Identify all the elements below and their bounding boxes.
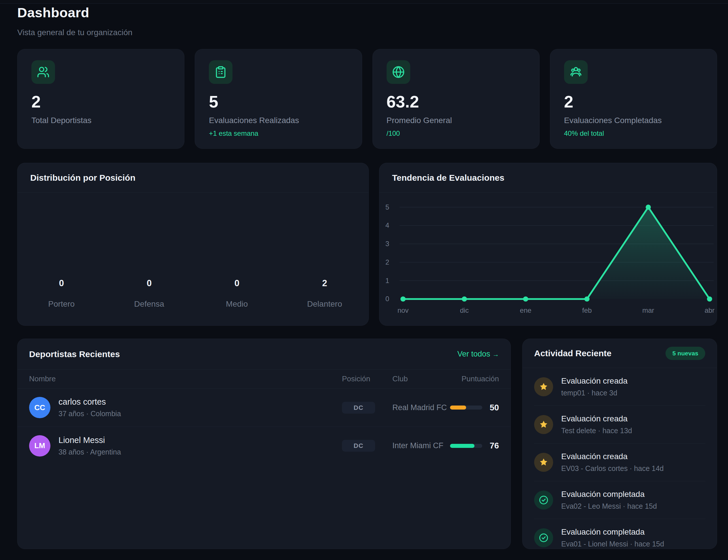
activity-item-meta: EV03 - Carlos cortes · hace 14d	[561, 464, 664, 473]
page-subtitle: Vista general de tu organización	[17, 28, 133, 37]
svg-text:dic: dic	[460, 306, 469, 314]
activity-item: Evaluación creada Test delete · hace 13d	[534, 406, 705, 443]
trend-header: Tendencia de Evaluaciones	[379, 163, 717, 193]
score-bar-track	[450, 406, 482, 410]
distribution-item-portero: 0 Portero	[18, 278, 105, 309]
athletes-table-header: Nombre Posición Club Puntuación	[18, 369, 510, 388]
stat-sub: 40% del total	[564, 129, 703, 137]
users-group-icon	[564, 60, 588, 84]
clipboard-list-icon	[209, 60, 233, 84]
distribution-item-defensa: 0 Defensa	[105, 278, 193, 309]
avatar: CC	[29, 397, 50, 418]
club-cell: Real Madrid FC	[392, 403, 450, 412]
club-cell: Inter Miami CF	[392, 441, 450, 450]
top-border	[0, 0, 728, 4]
bottom-row: Deportistas Recientes Ver todos → Nombre…	[17, 339, 717, 549]
middle-row: Distribución por Posición 0 Portero 0 De…	[17, 163, 717, 326]
svg-text:0: 0	[385, 295, 389, 303]
svg-text:mar: mar	[642, 306, 654, 314]
stat-card-evaluaciones-realizadas: 5 Evaluaciones Realizadas +1 esta semana	[195, 49, 362, 149]
stat-label: Total Deportistas	[31, 116, 170, 125]
page-header: Dashboard Vista general de tu organizaci…	[17, 5, 133, 37]
athlete-name: Lionel Messi	[59, 435, 121, 445]
users-icon	[31, 60, 55, 84]
table-row-lionel-messi[interactable]: LM Lionel Messi 38 años · Argentina DC I…	[18, 427, 510, 465]
score-bar-fill	[450, 406, 466, 410]
stat-value: 5	[209, 92, 348, 111]
avatar-initials: LM	[34, 441, 45, 450]
activity-text: Evaluación completada Eva01 - Lionel Mes…	[561, 527, 664, 548]
star-icon	[534, 415, 553, 434]
distribution-item-delantero: 2 Delantero	[281, 278, 369, 309]
trend-chart: 012345novdicenefebmarabr	[379, 194, 717, 325]
check-circle-icon	[534, 528, 553, 547]
activity-item: Evaluación creada EV03 - Carlos cortes ·…	[534, 443, 705, 481]
athletes-table-body: CC carlos cortes 37 años · Colombia DC R…	[18, 389, 510, 465]
table-row-carlos-cortes[interactable]: CC carlos cortes 37 años · Colombia DC R…	[18, 389, 510, 427]
globe-icon	[386, 60, 410, 84]
distribution-value: 0	[193, 278, 281, 289]
svg-text:nov: nov	[397, 306, 409, 314]
trend-title: Tendencia de Evaluaciones	[392, 173, 704, 183]
stat-card-promedio-general: 63.2 Promedio General /100	[372, 49, 540, 149]
athlete-meta: 37 años · Colombia	[59, 410, 121, 418]
activity-item: Evaluación creada temp01 · hace 3d	[534, 368, 705, 406]
svg-text:ene: ene	[520, 306, 531, 314]
activity-text: Evaluación creada temp01 · hace 3d	[561, 376, 627, 397]
activity-header: Actividad Reciente 5 nuevas	[522, 339, 717, 368]
view-all-link[interactable]: Ver todos →	[457, 350, 499, 359]
athlete-meta: 38 años · Argentina	[59, 448, 121, 456]
distribution-item-medio: 0 Medio	[193, 278, 281, 309]
stat-value: 2	[31, 92, 170, 111]
svg-text:3: 3	[385, 240, 389, 248]
stat-label: Evaluaciones Completadas	[564, 116, 703, 125]
score-cell: 76	[450, 441, 499, 450]
activity-item-title: Evaluación creada	[561, 414, 632, 423]
star-icon	[534, 453, 553, 472]
distribution-label: Defensa	[105, 299, 193, 309]
distribution-label: Portero	[18, 299, 105, 309]
position-cell: DC	[342, 402, 392, 414]
score-bar-track	[450, 444, 482, 448]
trend-chart-area: 012345novdicenefebmarabr	[379, 194, 717, 325]
svg-text:1: 1	[385, 277, 389, 284]
stat-sub: +1 esta semana	[209, 129, 348, 137]
name-cell: LM Lionel Messi 38 años · Argentina	[29, 435, 342, 457]
svg-text:5: 5	[385, 203, 389, 211]
activity-item-title: Evaluación creada	[561, 376, 627, 386]
distribution-value: 0	[105, 278, 193, 289]
score-value: 76	[487, 441, 499, 450]
name-text: Lionel Messi 38 años · Argentina	[59, 435, 121, 456]
stat-label: Promedio General	[386, 116, 525, 125]
name-cell: CC carlos cortes 37 años · Colombia	[29, 397, 342, 418]
activity-item: Evaluación completada Eva02 - Leo Messi …	[534, 481, 705, 519]
svg-text:feb: feb	[582, 306, 592, 314]
svg-text:4: 4	[385, 222, 389, 229]
stats-row: 2 Total Deportistas 5 Evaluaciones Reali…	[17, 49, 717, 148]
distribution-label: Delantero	[281, 299, 369, 309]
stat-value: 2	[564, 92, 703, 111]
activity-text: Evaluación completada Eva02 - Leo Messi …	[561, 490, 657, 510]
stat-card-total-deportistas: 2 Total Deportistas	[17, 49, 184, 149]
avatar-initials: CC	[34, 403, 45, 412]
activity-text: Evaluación creada EV03 - Carlos cortes ·…	[561, 452, 664, 473]
activity-text: Evaluación creada Test delete · hace 13d	[561, 414, 632, 435]
new-activity-badge: 5 nuevas	[665, 347, 705, 360]
avatar: LM	[29, 435, 50, 457]
activity-item-title: Evaluación creada	[561, 452, 664, 461]
page-title: Dashboard	[17, 5, 133, 20]
athlete-name: carlos cortes	[59, 397, 121, 407]
svg-text:2: 2	[385, 258, 389, 266]
distribution-title: Distribución por Posición	[30, 173, 356, 183]
stat-sub	[31, 129, 170, 137]
column-header-nombre: Nombre	[29, 374, 342, 383]
distribution-value: 0	[18, 278, 105, 289]
score-cell: 50	[450, 403, 499, 412]
activity-item-meta: temp01 · hace 3d	[561, 389, 627, 397]
view-all-label: Ver todos	[457, 350, 490, 358]
position-cell: DC	[342, 440, 392, 452]
stat-sub: /100	[386, 129, 525, 137]
star-icon	[534, 377, 553, 396]
activity-item-title: Evaluación completada	[561, 490, 657, 499]
score-bar-fill	[450, 444, 474, 448]
